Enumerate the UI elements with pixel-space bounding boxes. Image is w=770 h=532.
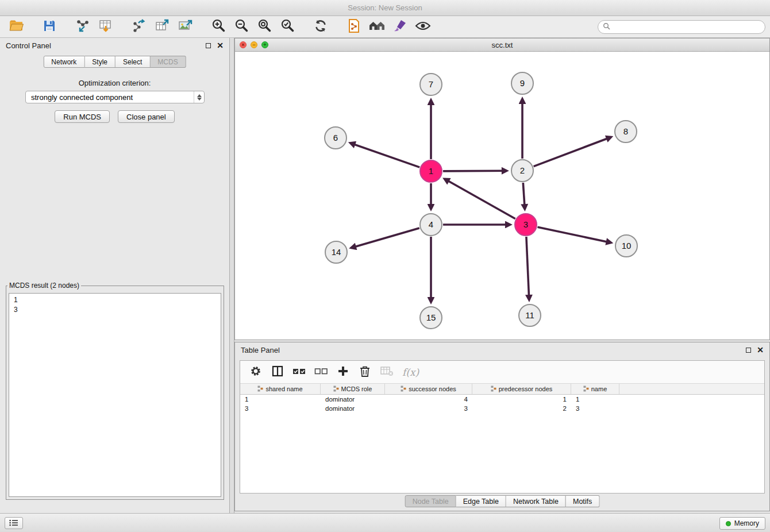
graph-node-8[interactable]: 8 bbox=[615, 121, 637, 142]
zoom-fit-button[interactable] bbox=[253, 17, 276, 37]
graph-node-11[interactable]: 11 bbox=[519, 304, 541, 326]
gear-button[interactable] bbox=[246, 363, 265, 381]
graph-node-7[interactable]: 7 bbox=[420, 74, 442, 95]
svg-text:4: 4 bbox=[429, 219, 433, 229]
table-cell: 3 bbox=[240, 405, 321, 412]
graph-node-4[interactable]: 4 bbox=[420, 214, 442, 236]
maximize-window-icon[interactable]: + bbox=[261, 41, 268, 48]
delete-table-button bbox=[377, 363, 396, 381]
export-image-button[interactable] bbox=[174, 17, 197, 37]
network-canvas[interactable]: 7968124314101511 bbox=[235, 52, 769, 340]
zoom-selected-button[interactable] bbox=[276, 17, 299, 37]
graph-edge-3-1[interactable] bbox=[445, 179, 515, 218]
network-document-icon bbox=[347, 18, 361, 36]
save-session-button[interactable] bbox=[38, 17, 61, 37]
graph-node-1[interactable]: 1 bbox=[420, 160, 442, 182]
vertical-splitter[interactable] bbox=[230, 38, 234, 513]
import-network-button[interactable] bbox=[71, 17, 94, 37]
table-row[interactable]: 3dominator323 bbox=[240, 404, 764, 413]
close-panel-icon[interactable]: ✕ bbox=[217, 43, 224, 48]
export-image-icon bbox=[178, 18, 192, 36]
graph-edge-1-2[interactable] bbox=[443, 171, 507, 171]
memory-button[interactable]: Memory bbox=[719, 517, 765, 530]
tab-network[interactable]: Network bbox=[43, 56, 84, 68]
table-cell: 1 bbox=[571, 396, 619, 403]
graph-node-9[interactable]: 9 bbox=[511, 72, 533, 94]
apply-layout-button[interactable] bbox=[309, 17, 332, 37]
graph-edge-2-3[interactable] bbox=[523, 183, 525, 209]
svg-text:15: 15 bbox=[426, 313, 436, 322]
svg-text:9: 9 bbox=[520, 78, 525, 88]
tab-select[interactable]: Select bbox=[116, 56, 150, 68]
float-table-panel-icon[interactable] bbox=[746, 348, 751, 353]
zoom-out-icon bbox=[234, 18, 249, 35]
open-session-button[interactable] bbox=[5, 17, 28, 37]
tab-edge-table[interactable]: Edge Table bbox=[456, 495, 506, 507]
graph-edge-1-6[interactable] bbox=[351, 143, 420, 167]
graph-node-6[interactable]: 6 bbox=[325, 127, 346, 149]
task-history-button[interactable] bbox=[5, 517, 23, 529]
svg-text:8: 8 bbox=[623, 126, 628, 136]
search-input[interactable] bbox=[613, 23, 760, 31]
show-hide-button[interactable] bbox=[411, 17, 434, 37]
column-header-filler bbox=[619, 384, 764, 394]
mcds-result-text[interactable]: 1 3 bbox=[9, 293, 221, 497]
tab-network-table[interactable]: Network Table bbox=[506, 495, 566, 507]
column-header-successor-nodes[interactable]: successor nodes bbox=[385, 384, 472, 394]
tab-mcds[interactable]: MCDS bbox=[150, 56, 186, 68]
graph-node-10[interactable]: 10 bbox=[615, 235, 637, 257]
zoom-out-button[interactable] bbox=[230, 17, 253, 37]
network-view-window: × − + scc.txt 7968124314101511 bbox=[234, 38, 770, 340]
graph-edge-3-10[interactable] bbox=[538, 227, 611, 242]
column-header-shared-name[interactable]: shared name bbox=[240, 384, 321, 394]
select-all-button[interactable] bbox=[290, 363, 309, 381]
apply-layout-icon bbox=[313, 18, 328, 36]
tab-style[interactable]: Style bbox=[84, 56, 116, 68]
tab-node-table[interactable]: Node Table bbox=[405, 495, 456, 507]
close-table-panel-icon[interactable]: ✕ bbox=[757, 347, 764, 353]
graph-edge-3-11[interactable] bbox=[526, 237, 529, 300]
export-table-button[interactable] bbox=[151, 17, 174, 37]
graph-node-15[interactable]: 15 bbox=[420, 307, 442, 329]
first-neighbors-button[interactable] bbox=[365, 17, 388, 37]
close-panel-button[interactable]: Close panel bbox=[118, 110, 175, 123]
column-header-name[interactable]: name bbox=[571, 384, 619, 394]
minimize-window-icon[interactable]: − bbox=[251, 41, 257, 48]
deselect-all-button[interactable] bbox=[311, 363, 331, 381]
svg-text:14: 14 bbox=[332, 247, 341, 257]
columns-button[interactable] bbox=[268, 363, 287, 381]
network-document-button[interactable] bbox=[342, 17, 365, 37]
graph-node-3[interactable]: 3 bbox=[515, 214, 537, 236]
table-panel-tabs: Node TableEdge TableNetwork TableMotifs bbox=[405, 495, 600, 507]
memory-status-icon bbox=[726, 521, 731, 526]
tab-motifs[interactable]: Motifs bbox=[566, 495, 599, 507]
export-network-button[interactable] bbox=[128, 17, 151, 37]
delete-button[interactable] bbox=[355, 363, 375, 381]
table-cell: 1 bbox=[472, 396, 571, 403]
import-table-button[interactable] bbox=[94, 17, 117, 37]
column-header-mcds-role[interactable]: MCDS role bbox=[321, 384, 385, 394]
graph-node-14[interactable]: 14 bbox=[325, 241, 347, 263]
optimization-dropdown[interactable]: strongly connected component bbox=[25, 91, 205, 103]
table-header-row: shared nameMCDS rolesuccessor nodesprede… bbox=[240, 384, 764, 395]
column-tree-icon bbox=[491, 385, 496, 393]
graph-edge-4-14[interactable] bbox=[351, 228, 419, 248]
network-window-titlebar[interactable]: × − + scc.txt bbox=[235, 38, 769, 52]
add-button[interactable] bbox=[333, 363, 353, 381]
table-panel-header: Table Panel ✕ bbox=[235, 342, 769, 357]
mcds-result-title: MCDS result (2 nodes) bbox=[7, 282, 81, 290]
zoom-in-button[interactable] bbox=[207, 17, 230, 37]
column-header-predecessor-nodes[interactable]: predecessor nodes bbox=[472, 384, 571, 394]
search-box[interactable] bbox=[598, 20, 765, 34]
style-brush-button[interactable] bbox=[388, 17, 411, 37]
run-mcds-button[interactable]: Run MCDS bbox=[55, 110, 110, 123]
graph-edge-2-8[interactable] bbox=[534, 137, 611, 167]
column-header-label: shared name bbox=[265, 385, 302, 392]
svg-text:10: 10 bbox=[622, 241, 632, 250]
graph-node-2[interactable]: 2 bbox=[511, 160, 533, 182]
mcds-buttons-row: Run MCDS Close panel bbox=[0, 110, 229, 123]
table-row[interactable]: 1dominator411 bbox=[240, 395, 764, 404]
svg-text:2: 2 bbox=[520, 165, 525, 175]
float-panel-icon[interactable] bbox=[206, 43, 211, 48]
close-window-icon[interactable]: × bbox=[240, 41, 247, 48]
